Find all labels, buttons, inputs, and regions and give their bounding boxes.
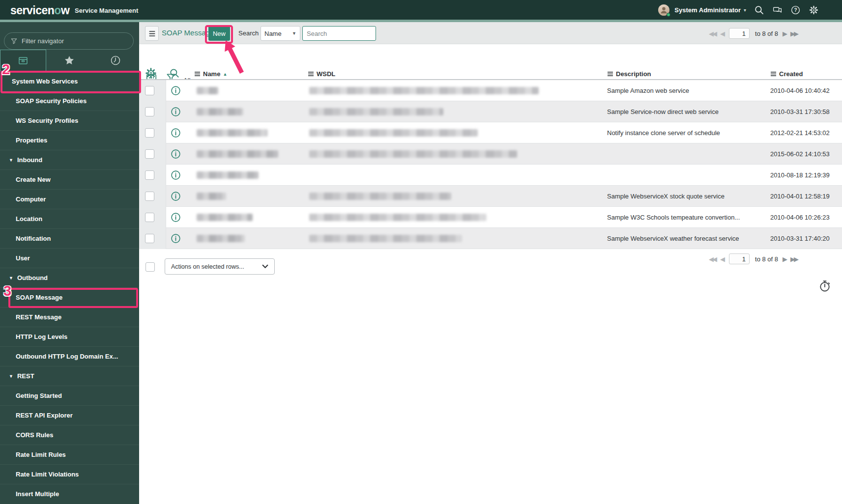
- row-checkbox[interactable]: [145, 170, 154, 180]
- tab-history[interactable]: [92, 50, 139, 71]
- redacted-name[interactable]: [197, 214, 253, 221]
- search-icon[interactable]: [754, 5, 764, 15]
- sidebar-item-soap-message[interactable]: SOAP Message: [0, 287, 139, 307]
- servicenow-logo[interactable]: servicenow: [10, 4, 69, 17]
- redacted-name[interactable]: [197, 171, 259, 179]
- column-menu-icon[interactable]: [194, 71, 201, 77]
- page-number-input[interactable]: [729, 28, 750, 39]
- info-icon[interactable]: [171, 212, 181, 223]
- sidebar-item-notification[interactable]: Notification: [0, 228, 139, 248]
- info-icon[interactable]: [171, 128, 181, 138]
- sidebar-item-rate-limit-violations[interactable]: Rate Limit Violations: [0, 464, 139, 484]
- search-field-select[interactable]: Name▼: [261, 26, 300, 41]
- redacted-name[interactable]: [197, 193, 226, 200]
- sidebar-section-inbound[interactable]: ▼Inbound: [0, 150, 139, 169]
- redacted-name[interactable]: [197, 108, 243, 115]
- table-row[interactable]: Sample WebserviceX weather forecast serv…: [139, 228, 842, 249]
- connect-chat-icon[interactable]: [772, 5, 783, 15]
- response-time-stopwatch-icon[interactable]: [818, 279, 832, 293]
- servicenow-app: servicenow Service Management System Adm…: [0, 0, 842, 504]
- row-checkbox[interactable]: [145, 107, 154, 116]
- redacted-name[interactable]: [197, 235, 245, 242]
- column-menu-icon[interactable]: [607, 71, 613, 77]
- sidebar-item-location[interactable]: Location: [0, 209, 139, 228]
- sidebar-item-computer[interactable]: Computer: [0, 189, 139, 209]
- column-label: Name: [203, 70, 220, 78]
- prev-page-button[interactable]: ◀: [720, 256, 724, 262]
- row-checkbox[interactable]: [145, 86, 154, 95]
- redacted-name[interactable]: [197, 129, 267, 137]
- info-icon[interactable]: [171, 191, 181, 201]
- sidebar-section-outbound[interactable]: ▼Outbound: [0, 268, 139, 287]
- column-header-name[interactable]: Name ▲: [194, 70, 227, 78]
- sidebar-item-http-log-levels[interactable]: HTTP Log Levels: [0, 327, 139, 346]
- info-icon[interactable]: [171, 170, 181, 180]
- filter-navigator[interactable]: [4, 32, 134, 50]
- last-page-button[interactable]: ▶▶: [790, 256, 797, 262]
- first-page-button[interactable]: ◀◀: [709, 30, 716, 37]
- column-header-description[interactable]: Description: [607, 70, 651, 78]
- user-menu[interactable]: System Administrator: [674, 6, 741, 14]
- actions-on-rows-select[interactable]: Actions on selected rows...: [165, 258, 275, 275]
- column-menu-icon[interactable]: [308, 71, 314, 77]
- info-icon[interactable]: [171, 85, 181, 96]
- sidebar-item-cors-rules[interactable]: CORS Rules: [0, 425, 139, 445]
- page-number-input[interactable]: [729, 253, 750, 264]
- table-body: Sample Amazon web service 2010-04-06 10:…: [139, 80, 842, 249]
- chevron-down-icon[interactable]: ▾: [744, 7, 746, 13]
- sidebar-item-rest-api-explorer[interactable]: REST API Explorer: [0, 405, 139, 425]
- search-input[interactable]: [302, 26, 376, 41]
- application-navigator: System Web Services SOAP Security Polici…: [0, 22, 139, 504]
- cell-created: 2010-03-31 17:30:58: [770, 108, 830, 115]
- row-checkbox[interactable]: [145, 128, 154, 138]
- first-page-button[interactable]: ◀◀: [709, 256, 716, 262]
- table-row[interactable]: Notify instance clone server of schedule…: [139, 122, 842, 143]
- redacted-name[interactable]: [197, 87, 218, 94]
- gear-icon[interactable]: [809, 5, 819, 15]
- help-icon[interactable]: ?: [790, 5, 801, 15]
- prev-page-button[interactable]: ◀: [720, 30, 724, 37]
- next-page-button[interactable]: ▶: [783, 256, 786, 262]
- sidebar-item-soap-security-policies[interactable]: SOAP Security Policies: [0, 91, 139, 111]
- sort-ascending-icon: ▲: [223, 72, 227, 77]
- sidebar-item-ws-security-profiles[interactable]: WS Security Profiles: [0, 111, 139, 130]
- table-row[interactable]: Sample W3C Schools tempeature convertion…: [139, 207, 842, 228]
- info-icon[interactable]: [171, 107, 181, 117]
- filter-navigator-input[interactable]: [22, 37, 127, 45]
- info-icon[interactable]: [171, 233, 181, 244]
- sidebar-item-insert-multiple[interactable]: Insert Multiple: [0, 484, 139, 504]
- table-row[interactable]: Sample WebserviceX stock quote service 2…: [139, 186, 842, 207]
- column-header-wsdl[interactable]: WSDL: [308, 70, 335, 78]
- table-row[interactable]: Sample Service-now direct web service 20…: [139, 101, 842, 122]
- column-header-created[interactable]: Created: [770, 70, 803, 78]
- cell-description: Sample WebserviceX weather forecast serv…: [607, 235, 739, 242]
- sidebar-item-user[interactable]: User: [0, 248, 139, 268]
- table-row[interactable]: Sample Amazon web service 2010-04-06 10:…: [139, 80, 842, 101]
- tab-favorites[interactable]: [46, 50, 92, 71]
- sidebar-item-getting-started[interactable]: Getting Started: [0, 386, 139, 405]
- table-row[interactable]: 2015-06-02 14:10:53: [139, 143, 842, 165]
- new-button[interactable]: New: [208, 26, 230, 41]
- sidebar-item-rate-limit-rules[interactable]: Rate Limit Rules: [0, 445, 139, 464]
- row-checkbox[interactable]: [145, 149, 154, 159]
- select-all-checkbox[interactable]: [145, 262, 155, 272]
- row-checkbox[interactable]: [145, 213, 154, 222]
- sidebar-app-system-web-services[interactable]: System Web Services: [0, 71, 139, 91]
- info-icon[interactable]: [171, 149, 181, 159]
- last-page-button[interactable]: ▶▶: [790, 30, 797, 37]
- sidebar-section-rest[interactable]: ▼REST: [0, 366, 139, 386]
- row-checkbox[interactable]: [145, 234, 154, 243]
- next-page-button[interactable]: ▶: [783, 30, 786, 37]
- avatar[interactable]: [658, 4, 669, 16]
- table-row[interactable]: 2010-08-18 12:19:39: [139, 165, 842, 186]
- redacted-name[interactable]: [197, 150, 278, 158]
- sidebar-item-rest-message[interactable]: REST Message: [0, 307, 139, 327]
- sidebar-item-properties[interactable]: Properties: [0, 130, 139, 150]
- column-menu-icon[interactable]: [770, 71, 777, 77]
- row-checkbox[interactable]: [145, 192, 154, 201]
- sidebar-item-create-new[interactable]: Create New: [0, 169, 139, 189]
- logo-text: servicen: [10, 4, 54, 17]
- tab-all-applications[interactable]: [0, 50, 46, 71]
- sidebar-item-outbound-http-log-domain[interactable]: Outbound HTTP Log Domain Ex...: [0, 346, 139, 366]
- list-context-menu-button[interactable]: [145, 26, 159, 41]
